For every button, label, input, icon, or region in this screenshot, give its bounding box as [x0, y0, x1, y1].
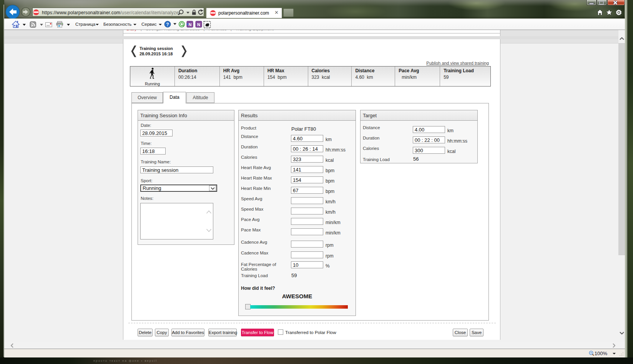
svg-text:N: N	[197, 22, 200, 27]
svg-text:N: N	[189, 22, 192, 27]
svg-text:?: ?	[166, 22, 169, 27]
